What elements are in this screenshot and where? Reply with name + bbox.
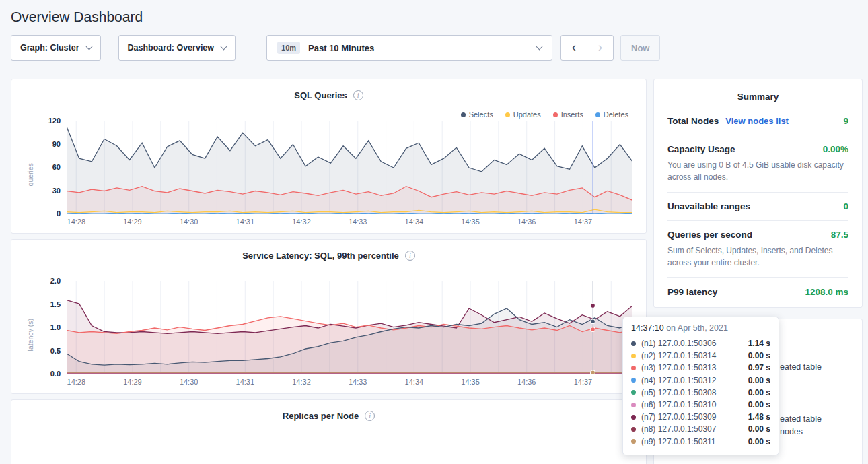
summary-title: Summary <box>667 92 848 102</box>
legend-label: Inserts <box>561 110 583 119</box>
node-latency-value: 0.00 s <box>748 351 770 360</box>
info-icon[interactable]: i <box>365 411 375 421</box>
y-tick-label: 1.5 <box>50 300 61 308</box>
row-label: Total Nodes <box>667 116 719 126</box>
node-address: (n9) 127.0.0.1:50311 <box>641 437 748 446</box>
tooltip-date: on Apr 5th, 2021 <box>666 323 728 333</box>
tooltip-node-row: (n6) 127.0.0.1:503100.00 s <box>631 399 770 411</box>
tooltip-node-row: (n4) 127.0.0.1:503120.00 s <box>631 374 770 387</box>
plot-row: queries 0306090120 14:2814:2914:3014:311… <box>25 121 632 228</box>
row-label: Capacity Usage <box>667 144 735 154</box>
event-item-fragment: nodes <box>780 427 803 436</box>
legend-item-updates[interactable]: Updates <box>505 110 541 119</box>
time-range-picker[interactable]: 10m Past 10 Minutes <box>266 35 552 61</box>
chevron-down-icon <box>85 43 92 50</box>
node-address: (n1) 127.0.0.1:50306 <box>641 339 748 348</box>
row-value: 0 <box>843 201 848 211</box>
summary-panel: Summary Total Nodes View nodes list 9 Ca… <box>653 79 863 308</box>
tooltip-node-row: (n8) 127.0.0.1:503070.00 s <box>631 423 770 435</box>
x-tick-label: 14:30 <box>180 378 198 386</box>
chart-title: SQL Queries <box>294 90 347 100</box>
legend-color-dot <box>505 112 510 117</box>
chevron-down-icon <box>536 43 543 50</box>
x-tick-label: 14:28 <box>67 218 86 226</box>
tooltip-timestamp: 14:37:10 on Apr 5th, 2021 <box>631 323 770 333</box>
legend-label: Selects <box>469 110 493 119</box>
node-color-dot <box>631 390 636 395</box>
x-tick-label: 14:28 <box>67 378 86 386</box>
time-next-button[interactable]: › <box>587 35 614 61</box>
row-description: Sum of Selects, Updates, Inserts, and De… <box>667 244 848 269</box>
tooltip-node-row: (n9) 127.0.0.1:503110.00 s <box>631 436 770 448</box>
node-color-dot <box>631 415 636 420</box>
legend-item-inserts[interactable]: Inserts <box>553 110 583 119</box>
now-button[interactable]: Now <box>620 35 660 61</box>
y-tick-label: 120 <box>48 117 61 125</box>
y-tick-label: 30 <box>52 187 61 195</box>
info-icon[interactable]: i <box>353 90 363 100</box>
info-icon-glyph: i <box>369 412 371 420</box>
legend-color-dot <box>595 112 600 117</box>
graph-dropdown[interactable]: Graph: Cluster <box>11 35 101 61</box>
node-address: (n4) 127.0.0.1:50312 <box>641 376 748 385</box>
summary-row-p99-latency: P99 latency 1208.0 ms <box>667 278 848 306</box>
chart-legend: SelectsUpdatesInsertsDeletes <box>461 110 628 119</box>
plot-row: latency (s) 0.00.51.01.52.0 14:2814:2914… <box>25 281 632 388</box>
node-address: (n5) 127.0.0.1:50308 <box>641 388 748 397</box>
node-address: (n2) 127.0.0.1:50314 <box>641 351 748 360</box>
dashboard-dropdown[interactable]: Dashboard: Overview <box>118 35 236 61</box>
node-latency-value: 1.14 s <box>748 339 770 348</box>
info-icon[interactable]: i <box>405 251 415 261</box>
time-range-badge: 10m <box>277 42 300 54</box>
dashboard-dropdown-label: Dashboard: Overview <box>128 43 215 53</box>
graph-dropdown-label: Graph: Cluster <box>20 43 79 53</box>
node-color-dot <box>631 341 636 346</box>
x-tick-label: 14:35 <box>461 218 480 226</box>
x-tick-label: 14:34 <box>405 378 424 386</box>
row-value: 0.00% <box>823 144 848 154</box>
y-tick-label: 0 <box>57 209 61 218</box>
y-tick-label: 2.0 <box>50 277 61 285</box>
legend-color-dot <box>553 112 558 117</box>
x-tick-label: 14:29 <box>123 218 142 226</box>
time-prev-button[interactable]: ‹ <box>560 35 587 61</box>
legend-item-deletes[interactable]: Deletes <box>595 110 628 119</box>
tooltip-node-row: (n1) 127.0.0.1:503061.14 s <box>631 337 770 350</box>
node-address: (n7) 127.0.0.1:50309 <box>641 412 748 422</box>
charts-column: SQL Queries i SelectsUpdatesInsertsDelet… <box>11 79 647 464</box>
legend-item-selects[interactable]: Selects <box>461 110 493 119</box>
chart-header: Replicas per Node i <box>25 409 632 422</box>
x-tick-label: 14:29 <box>123 378 142 386</box>
row-description: You are using 0 B of 4.5 GiB usable disk… <box>667 159 848 183</box>
x-tick-label: 14:37 <box>574 378 593 386</box>
view-nodes-link[interactable]: View nodes list <box>725 116 789 126</box>
y-axis-title: latency (s) <box>25 281 36 388</box>
x-tick-label: 14:35 <box>461 378 480 386</box>
row-label: P99 latency <box>667 287 717 297</box>
tooltip-node-row: (n3) 127.0.0.1:503130.97 s <box>631 362 770 374</box>
replicas-per-node-chart-card: Replicas per Node i <box>11 399 647 464</box>
y-axis-ticks: 0306090120 <box>36 121 67 214</box>
node-latency-value: 0.00 s <box>748 424 770 434</box>
sql-queries-plot[interactable] <box>67 121 632 214</box>
summary-row-capacity-usage: Capacity Usage 0.00% You are using 0 B o… <box>667 135 848 193</box>
page-title: Overview Dashboard <box>11 9 868 25</box>
x-tick-label: 14:36 <box>517 378 536 386</box>
y-tick-label: 90 <box>52 140 61 148</box>
tooltip-node-row: (n2) 127.0.0.1:503140.00 s <box>631 350 770 362</box>
x-tick-label: 14:33 <box>349 218 367 226</box>
x-tick-label: 14:33 <box>349 378 367 386</box>
node-latency-value: 0.97 s <box>748 363 770 372</box>
row-label: Unavailable ranges <box>667 201 750 211</box>
x-tick-label: 14:30 <box>180 218 198 226</box>
service-latency-plot[interactable] <box>67 281 632 374</box>
node-color-dot <box>631 366 636 370</box>
x-axis-ticks: 14:2814:2914:3014:3114:3214:3314:3414:35… <box>67 214 632 228</box>
legend-label: Updates <box>513 110 541 119</box>
time-range-label: Past 10 Minutes <box>308 43 530 53</box>
node-color-dot <box>631 403 636 407</box>
chart-header: Service Latency: SQL, 99th percentile i <box>25 248 632 262</box>
y-axis-title: queries <box>25 121 36 228</box>
row-value: 87.5 <box>831 230 848 240</box>
plot-area: 14:2814:2914:3014:3114:3214:3314:3414:35… <box>67 281 632 388</box>
